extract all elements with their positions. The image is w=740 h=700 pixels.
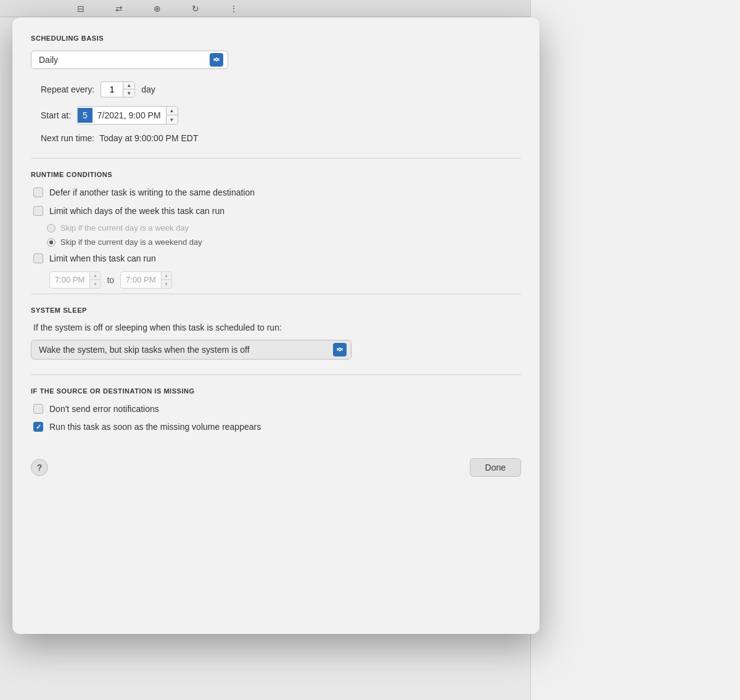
schedule-dialog: SCHEDULING BASIS Daily Weekly Monthly On… [12, 17, 540, 634]
sleep-description: If the system is off or sleeping when th… [31, 323, 521, 332]
system-sleep-section: SYSTEM SLEEP If the system is off or sle… [31, 307, 521, 360]
time-to-decrement-btn[interactable]: ▼ [162, 280, 171, 288]
no-error-checkbox-row: Don't send error notifications [31, 403, 521, 416]
skip-weekend-radio[interactable] [47, 238, 56, 247]
time-to-label: to [107, 275, 114, 285]
weekday-radio-group: Skip if the current day is a week day Sk… [47, 223, 521, 247]
sleep-select[interactable]: Wake the system, but skip tasks when the… [31, 340, 352, 360]
help-button[interactable]: ? [31, 459, 48, 476]
repeat-stepper: ▲ ▼ [101, 81, 135, 97]
date-day-part: 5 [78, 108, 92, 123]
skip-weekday-label: Skip if the current day is a week day [60, 223, 189, 233]
scheduling-basis-title: SCHEDULING BASIS [31, 35, 521, 42]
system-sleep-title: SYSTEM SLEEP [31, 307, 521, 314]
time-from-wrapper: 7:00 PM ▲ ▼ [49, 271, 101, 289]
date-stepper: ▲ ▼ [166, 107, 178, 124]
limit-days-checkbox[interactable] [33, 206, 43, 216]
repeat-row: Repeat every: ▲ ▼ day [31, 81, 521, 97]
basis-select-wrapper: Daily Weekly Monthly On a specific date [31, 51, 228, 69]
toolbar-icon-1[interactable]: ⊟ [74, 2, 88, 15]
start-date-field[interactable]: 5 7/2021, 9:00 PM ▲ ▼ [77, 106, 178, 125]
toolbar-icon-2[interactable]: ⇄ [112, 2, 126, 15]
time-from-value: 7:00 PM [50, 273, 89, 287]
right-panel: npare Task History Ti nce the last task … [530, 0, 740, 700]
run-when-appears-checkbox[interactable] [33, 422, 43, 432]
skip-weekday-row: Skip if the current day is a week day [47, 223, 521, 233]
time-to-wrapper: 7:00 PM ▲ ▼ [120, 271, 171, 289]
time-to-increment-btn[interactable]: ▲ [162, 272, 171, 280]
section-divider-2 [31, 294, 521, 294]
time-from-stepper: ▲ ▼ [89, 272, 100, 288]
time-from-decrement-btn[interactable]: ▼ [90, 280, 100, 288]
repeat-stepper-buttons: ▲ ▼ [123, 81, 135, 97]
defer-label: Defer if another task is writing to the … [49, 187, 255, 199]
missing-section: IF THE SOURCE OR DESTINATION IS MISSING … [31, 387, 521, 434]
time-from-increment-btn[interactable]: ▲ [90, 272, 100, 280]
limit-days-label: Limit which days of the week this task c… [49, 205, 224, 218]
section-divider-1 [31, 158, 521, 159]
repeat-decrement-btn[interactable]: ▼ [123, 89, 134, 97]
basis-select[interactable]: Daily Weekly Monthly On a specific date [31, 51, 228, 69]
next-run-label: Next run time: [41, 133, 94, 143]
scheduling-basis-section: SCHEDULING BASIS Daily Weekly Monthly On… [31, 35, 521, 69]
runtime-conditions-title: RUNTIME CONDITIONS [31, 171, 521, 178]
toolbar-icon-3[interactable]: ⊕ [150, 2, 164, 15]
dialog-footer: ? Done [31, 452, 521, 477]
run-when-appears-checkbox-row: Run this task as soon as the missing vol… [31, 421, 521, 434]
date-decrement-btn[interactable]: ▼ [166, 115, 178, 124]
date-rest-part: 7/2021, 9:00 PM [92, 108, 166, 123]
start-at-row: Start at: 5 7/2021, 9:00 PM ▲ ▼ [31, 106, 521, 125]
next-run-value: Today at 9:00:00 PM EDT [99, 133, 198, 143]
limit-time-checkbox[interactable] [33, 253, 43, 263]
toolbar-icon-5[interactable]: ⋮ [227, 2, 240, 15]
repeat-increment-btn[interactable]: ▲ [123, 82, 134, 89]
section-divider-3 [31, 374, 521, 375]
runtime-conditions-section: RUNTIME CONDITIONS Defer if another task… [31, 171, 521, 289]
sleep-select-wrapper: Wake the system, but skip tasks when the… [31, 340, 352, 360]
skip-weekend-label: Skip if the current day is a weekend day [60, 237, 202, 247]
no-error-checkbox[interactable] [33, 404, 43, 414]
repeat-value-input[interactable] [101, 81, 123, 97]
toolbar-icon-4[interactable]: ↻ [189, 2, 202, 15]
skip-weekday-radio[interactable] [47, 224, 56, 233]
limit-time-checkbox-row: Limit when this task can run [31, 253, 521, 265]
repeat-unit: day [141, 84, 155, 94]
repeat-label: Repeat every: [41, 84, 94, 94]
date-increment-btn[interactable]: ▲ [166, 107, 178, 115]
run-when-appears-label: Run this task as soon as the missing vol… [49, 421, 261, 434]
defer-checkbox[interactable] [33, 187, 43, 197]
time-to-value: 7:00 PM [121, 273, 160, 287]
start-at-label: Start at: [41, 110, 71, 120]
missing-section-title: IF THE SOURCE OR DESTINATION IS MISSING [31, 387, 521, 395]
defer-checkbox-row: Defer if another task is writing to the … [31, 187, 521, 199]
time-range-row: 7:00 PM ▲ ▼ to 7:00 PM ▲ ▼ [31, 271, 521, 289]
next-run-row: Next run time: Today at 9:00:00 PM EDT [31, 133, 521, 143]
limit-days-checkbox-row: Limit which days of the week this task c… [31, 205, 521, 218]
limit-time-label: Limit when this task can run [49, 253, 156, 265]
done-button[interactable]: Done [470, 458, 521, 477]
no-error-label: Don't send error notifications [49, 403, 159, 416]
time-to-stepper: ▲ ▼ [161, 272, 171, 288]
skip-weekend-row: Skip if the current day is a weekend day [47, 237, 521, 247]
